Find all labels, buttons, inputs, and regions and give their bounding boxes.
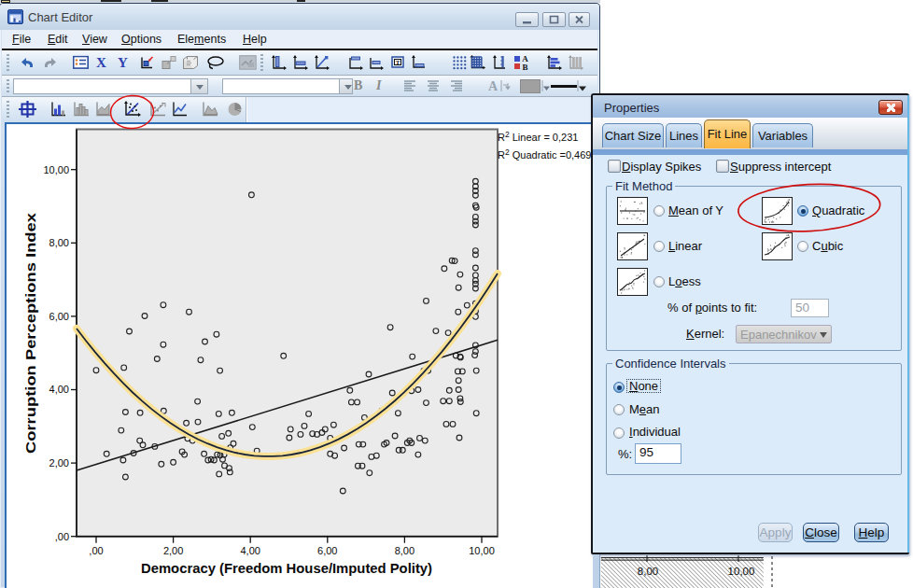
svg-text:Corruption Perceptions Index: Corruption Perceptions Index (23, 213, 38, 454)
svg-text:R2 Linear = 0,231: R2 Linear = 0,231 (498, 130, 578, 143)
svg-text:4,00: 4,00 (240, 545, 260, 556)
svg-text:10,00: 10,00 (43, 164, 69, 175)
svg-text:2,00: 2,00 (163, 545, 183, 556)
svg-text:10,00: 10,00 (469, 545, 495, 556)
svg-text:R2 Quadratic =0,469: R2 Quadratic =0,469 (498, 147, 591, 161)
svg-text:6,00: 6,00 (49, 311, 69, 322)
svg-text:,00: ,00 (55, 531, 69, 542)
svg-text:8,00: 8,00 (395, 545, 414, 556)
svg-text:8,00: 8,00 (49, 237, 69, 248)
svg-text:,00: ,00 (89, 545, 103, 556)
svg-text:2,00: 2,00 (49, 457, 69, 469)
svg-text:Democracy (Freedom House/Imput: Democracy (Freedom House/Imputed Polity) (141, 561, 432, 576)
svg-text:4,00: 4,00 (49, 384, 69, 395)
svg-text:6,00: 6,00 (317, 545, 337, 556)
